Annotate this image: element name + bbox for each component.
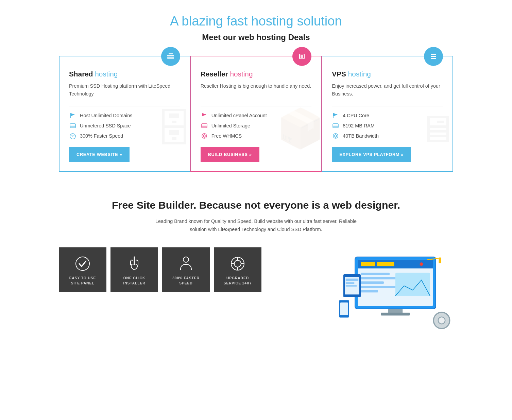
vps-feature-2: 8192 MB RAM xyxy=(332,123,443,129)
reseller-title-bold: Reseller xyxy=(201,70,228,78)
svg-point-55 xyxy=(438,317,445,324)
shared-card-desc: Premium SSD Hosting platform with LiteSp… xyxy=(69,82,180,99)
reseller-hosting-card: 📦 Reseller hosting Reseller Hosting is b… xyxy=(190,56,322,172)
vps-title-bold: VPS xyxy=(332,70,346,78)
svg-point-43 xyxy=(420,262,423,266)
svg-rect-49 xyxy=(395,273,430,296)
site-panel-label: EASY TO USESITE PANEL xyxy=(69,276,96,286)
shared-features: Host Unlimited Domains Unmetered SSD Spa… xyxy=(69,112,180,139)
flag-icon xyxy=(69,112,76,119)
vps-feature-2-text: 8192 MB RAM xyxy=(343,123,375,128)
reseller-title-light: hosting xyxy=(230,70,253,78)
vps-title-light: hosting xyxy=(348,70,371,78)
svg-rect-9 xyxy=(202,124,207,128)
svg-rect-53 xyxy=(439,258,441,263)
vps-hosting-card: 🖥 VPS hosting Enjoy increased power, and… xyxy=(322,56,453,172)
build-business-button[interactable]: BUILD BUSINESS » xyxy=(201,147,259,162)
builder-right xyxy=(338,247,453,336)
vps-features: 4 CPU Core 8192 MB RAM xyxy=(332,112,443,139)
service-label: UPGRADEDSERVICE 24x7 xyxy=(224,276,252,286)
person-icon xyxy=(178,256,194,272)
builder-illustration xyxy=(338,247,453,336)
svg-rect-60 xyxy=(346,285,357,286)
cpu-icon xyxy=(332,112,339,119)
reseller-feature-3: Free WHMCS xyxy=(201,133,312,139)
create-website-button[interactable]: CREATE WEBSITE » xyxy=(69,147,130,162)
feature-service: UPGRADEDSERVICE 24x7 xyxy=(214,247,261,292)
svg-rect-41 xyxy=(361,262,375,266)
feature-faster-speed: 300% FASTERSPEED xyxy=(162,247,210,292)
svg-rect-2 xyxy=(169,53,173,54)
svg-point-30 xyxy=(76,257,89,270)
svg-rect-21 xyxy=(333,124,338,128)
svg-rect-0 xyxy=(167,55,174,56)
vps-card-desc: Enjoy increased power, and get full cont… xyxy=(332,82,443,99)
site-builder-section: Free Site Builder. Because not everyone … xyxy=(59,192,453,336)
svg-rect-45 xyxy=(361,277,401,279)
shared-title-bold: Shared xyxy=(69,70,93,78)
checkmark-icon xyxy=(74,256,91,272)
svg-point-25 xyxy=(335,135,337,137)
shared-feature-2-text: Unmetered SSD Space xyxy=(80,123,131,128)
feature-icons-row: EASY TO USESITE PANEL xyxy=(59,247,324,292)
svg-point-31 xyxy=(183,257,189,262)
shared-feature-3-text: 300% Faster Speed xyxy=(80,133,123,139)
one-click-label: ONE CLICKINSTALLER xyxy=(123,276,145,286)
vps-feature-1-text: 4 CPU Core xyxy=(343,113,369,118)
reseller-features: Unlimited cPanel Account Unlimited Stora… xyxy=(201,112,312,139)
svg-rect-59 xyxy=(346,282,355,284)
feature-site-panel: EASY TO USESITE PANEL xyxy=(59,247,106,292)
svg-rect-3 xyxy=(70,124,75,128)
svg-rect-48 xyxy=(361,290,378,293)
shared-feature-3: 300% Faster Speed xyxy=(69,133,180,139)
shared-feature-1-text: Host Unlimited Domains xyxy=(80,113,132,118)
site-builder-desc: Leading Brand known for Quality and Spee… xyxy=(154,217,358,234)
reseller-feature-2: Unlimited Storage xyxy=(201,123,312,129)
svg-rect-44 xyxy=(361,273,390,275)
faster-speed-label: 300% FASTERSPEED xyxy=(172,276,200,286)
ssd-icon xyxy=(69,123,76,129)
storage-icon xyxy=(201,123,208,129)
main-title: A blazing fast hosting solution xyxy=(59,14,453,29)
vps-card-icon xyxy=(424,47,443,66)
reseller-card-title: Reseller hosting xyxy=(201,70,312,78)
vps-divider xyxy=(332,106,443,106)
svg-rect-42 xyxy=(377,262,394,266)
sub-title: Meet our web hosting Deals xyxy=(59,33,453,42)
site-builder-heading: Free Site Builder. Because not everyone … xyxy=(59,199,453,211)
shared-card-icon xyxy=(161,47,180,66)
flag-icon-2 xyxy=(201,112,208,119)
svg-rect-47 xyxy=(361,286,395,288)
reseller-feature-1-text: Unlimited cPanel Account xyxy=(211,113,267,118)
feature-one-click: ONE CLICKINSTALLER xyxy=(110,247,158,292)
shared-feature-2: Unmetered SSD Space xyxy=(69,123,180,129)
svg-rect-46 xyxy=(361,281,384,284)
page-wrapper: A blazing fast hosting solution Meet our… xyxy=(52,0,460,349)
svg-point-33 xyxy=(234,260,241,267)
finger-icon xyxy=(126,256,142,272)
svg-rect-50 xyxy=(388,309,403,313)
shared-hosting-card: 🗄 Shared hosting Premium SSD Hosting pla… xyxy=(59,56,190,172)
svg-rect-8 xyxy=(301,55,303,58)
shared-card-title: Shared hosting xyxy=(69,70,180,78)
svg-rect-51 xyxy=(381,313,410,316)
builder-content: EASY TO USESITE PANEL xyxy=(59,247,453,336)
reseller-card-icon xyxy=(292,47,311,66)
shared-divider xyxy=(69,106,180,106)
shared-feature-1: Host Unlimited Domains xyxy=(69,112,180,119)
reseller-divider xyxy=(201,106,312,106)
vps-card-title: VPS hosting xyxy=(332,70,443,78)
svg-rect-62 xyxy=(340,302,348,315)
hosting-cards: 🗄 Shared hosting Premium SSD Hosting pla… xyxy=(59,56,453,172)
reseller-feature-2-text: Unlimited Storage xyxy=(211,123,250,128)
shared-title-light: hosting xyxy=(95,70,118,78)
svg-rect-1 xyxy=(167,57,174,59)
ram-icon xyxy=(332,123,339,129)
vps-feature-3-text: 40TB Bandwidth xyxy=(343,133,379,139)
vps-feature-3: 40TB Bandwidth xyxy=(332,133,443,139)
svg-rect-58 xyxy=(346,279,358,281)
speed-icon xyxy=(69,133,76,139)
explore-vps-button[interactable]: EXPLORE VPS PLATFORM » xyxy=(332,147,411,162)
reseller-card-desc: Reseller Hosting is big enough to handle… xyxy=(201,82,312,99)
builder-left: EASY TO USESITE PANEL xyxy=(59,247,324,292)
